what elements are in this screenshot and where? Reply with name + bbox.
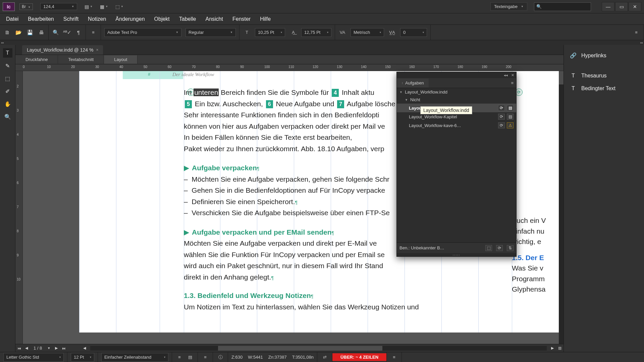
workspace-switcher[interactable]: Texteingabe▼ [490,2,527,11]
leading-field[interactable]: 12,75 Pt▾ [301,28,331,37]
panel-resize-handle[interactable]: ••••• [397,253,516,256]
menu-tabelle[interactable]: Tabelle [174,14,201,24]
right-column-frame[interactable]: Auch ein V einfach nu wichtig, e 1.5. De… [512,215,564,295]
menu-bearbeiten[interactable]: Bearbeiten [23,14,58,24]
status-spacing-field[interactable]: Einfacher Zeilenabstand▾ [101,353,168,362]
document-tab[interactable]: Layout_Workflow.indd @ 124 %× [22,45,103,55]
menu-hilfe[interactable]: Hilfe [255,14,275,24]
panel-menu-1-icon[interactable]: ≡ [89,28,97,37]
panel-menu-4-icon[interactable]: ≡ [390,353,398,361]
horizontal-ruler[interactable]: 0 10 20 30 40 50 60 70 80 90 100 110 120… [15,64,564,71]
page-dd-icon[interactable]: ▾ [45,345,53,352]
font-family-field[interactable]: Adobe Text Pro▼ [104,28,181,37]
zoom-field[interactable]: 124,4▼ [40,3,77,10]
vertical-ruler[interactable]: 2 3 4 5 6 7 8 9 10 [15,71,23,352]
prev-spread-button[interactable]: ◀ [81,345,88,352]
tab-layout[interactable]: Layout [104,55,138,64]
conditional-text-panel-tab[interactable]: TBedingter Text [564,82,644,95]
position-tool-icon[interactable]: ⬚ [3,74,12,83]
assignments-tab[interactable]: Aufgaben [397,78,429,87]
window-maximize-button[interactable]: ▭ [615,2,628,11]
first-page-button[interactable]: ⏮ [15,345,23,352]
ruler-tick: 20 [71,65,75,69]
spellcheck-icon[interactable]: ᴬᴮ✓ [63,29,71,36]
ruler-vtick: 8 [17,229,19,233]
checkout-icon[interactable]: ⇅ [507,245,514,251]
print-icon[interactable]: 🖶 [38,29,45,36]
tab-druckfahne[interactable]: Druckfahne [15,55,58,64]
view-options-2-icon[interactable]: ▦▼ [100,4,108,9]
panel-options-icon[interactable]: ≡ [511,80,516,85]
assignment-unassigned-row[interactable]: ▼Nicht [397,96,516,104]
link-icon[interactable]: ⟳ [498,122,505,128]
left-expand-handle[interactable]: ▸▸ [0,40,5,45]
info-icon[interactable]: ⓘ [216,353,224,361]
align-left-icon[interactable]: ≡ [175,353,183,361]
copyfit-icon[interactable]: ⇄ [321,353,329,361]
status-font-field[interactable]: Letter Gothic Std▾ [3,353,64,362]
update-content-icon[interactable]: ⬚ [485,245,492,251]
last-page-button[interactable]: ⏭ [60,345,67,352]
view-options-3-icon[interactable]: ⬚▼ [115,4,123,9]
menu-notizen[interactable]: Notizen [83,14,111,24]
text: Möchten Sie eine Aufgabe verpacken, gehe… [192,175,389,183]
vertical-scrollbar[interactable] [559,71,564,344]
eyedropper-tool-icon[interactable]: ✐ [3,86,12,96]
panel-menu-3-icon[interactable]: ≡ [201,353,209,361]
open-icon[interactable]: 📂 [15,29,22,36]
link-icon[interactable]: ⟳ [498,105,505,111]
font-style-field[interactable]: Regular▼ [185,28,236,37]
font-size-field[interactable]: 10,25 Pt▾ [255,28,285,37]
prev-page-button[interactable]: ◀ [23,345,30,352]
horizontal-scroll-thumb[interactable] [218,346,382,351]
search-input[interactable]: 🔍 [534,2,591,11]
kerning-field[interactable]: Metrisch▾ [351,28,384,37]
collapse-panel-icon[interactable]: ◂◂ [504,73,508,77]
zoom-tool-icon[interactable]: 🔍 [3,112,12,121]
window-minimize-button[interactable]: — [602,2,614,11]
menu-schrift[interactable]: Schrift [59,14,83,24]
assignment-root-row[interactable]: ▼Layout_Workflow.indd [397,88,516,96]
next-page-button[interactable]: ▶ [53,345,60,352]
horizontal-scrollbar[interactable] [90,346,547,351]
menu-fenster[interactable]: Fenster [228,14,255,24]
paragraph-icon[interactable]: ¶ [75,29,82,36]
menu-aenderungen[interactable]: Änderungen [111,14,149,24]
menu-ansicht[interactable]: Ansicht [201,14,227,24]
overset-indicator[interactable]: ÜBER: ~ 4 ZEILEN [332,353,386,361]
window-close-button[interactable]: ✕ [629,2,641,11]
warning-icon[interactable]: ⚠ [507,122,514,128]
note-tool-icon[interactable]: ✎ [3,61,12,70]
new-doc-icon[interactable]: 🗎 [3,29,11,36]
tracking-field[interactable]: 0▾ [400,28,427,37]
find-icon[interactable]: 🔍 [52,29,59,36]
thesaurus-panel-tab[interactable]: TThesaurus [564,69,644,82]
save-icon[interactable]: 💾 [26,29,34,36]
next-spread-button[interactable]: ▶ [549,345,556,352]
align-justify-icon[interactable]: ▤ [186,353,194,361]
vertical-scroll-thumb[interactable] [559,71,564,84]
panel-label: Hyperlinks [581,53,606,59]
text-frame-icon[interactable]: ▤ [507,105,514,111]
close-panel-icon[interactable]: ✕ [511,73,514,77]
hand-tool-icon[interactable]: ✋ [3,99,12,109]
page-number[interactable]: 1 / 8 [30,346,45,351]
text: Programm [512,274,564,284]
hyperlinks-panel-tab[interactable]: 🔗Hyperlinks [564,49,644,62]
link-icon[interactable]: ⟳ [498,114,505,120]
bridge-button[interactable]: Br ▼ [19,3,33,10]
assignment-item-3[interactable]: Layout_Workflow-kave-6… ⟳⚠ [397,121,516,130]
right-expand-handle[interactable]: ◂◂ [639,40,644,45]
refresh-icon[interactable]: ⟳ [496,245,503,251]
menu-objekt[interactable]: Objekt [150,14,174,24]
assignments-panel[interactable]: ◂◂ ✕ Aufgaben ≡ ▼Layout_Workflow.indd ▼N… [396,72,517,257]
text-frame-icon[interactable]: ▤ [507,114,514,120]
close-tab-icon[interactable]: × [96,48,98,52]
split-view-icon[interactable]: ▥ [556,345,564,352]
menu-datei[interactable]: Datei [1,14,23,24]
tab-textabschnitt[interactable]: Textabschnitt [58,55,104,64]
type-tool-icon[interactable]: T [3,48,12,58]
view-options-1-icon[interactable]: ▤▼ [85,4,93,9]
panel-menu-2-icon[interactable]: ≡ [632,28,640,37]
status-size-field[interactable]: 12 Pt▾ [71,353,94,362]
